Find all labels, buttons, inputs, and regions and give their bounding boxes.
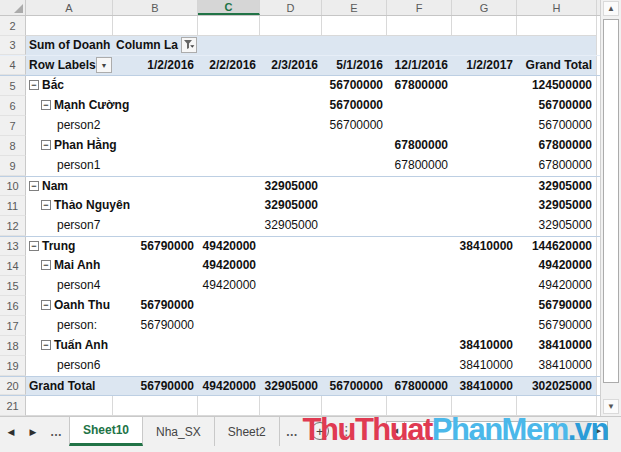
pivot-value-cell[interactable]: 67800000 [517, 136, 597, 156]
pivot-value-cell[interactable] [113, 76, 198, 96]
horizontal-scrollbar-thumb[interactable] [404, 422, 557, 439]
row-header-20[interactable]: 20 [0, 377, 26, 395]
column-header-g[interactable]: G [452, 0, 517, 15]
pivot-value-cell[interactable]: 49420000 [198, 237, 260, 256]
pivot-row-label[interactable]: −Nam [26, 177, 113, 196]
row-header-13[interactable]: 13 [0, 237, 26, 256]
pivot-value-cell[interactable] [260, 316, 322, 336]
row-header-17[interactable]: 17 [0, 316, 26, 336]
pivot-value-cell[interactable]: 56790000 [113, 296, 198, 316]
pivot-value-cell[interactable]: 56700000 [322, 96, 387, 116]
pivot-value-cell[interactable] [322, 216, 387, 236]
cell[interactable] [260, 396, 322, 416]
pivot-column-header[interactable]: 2/2/2016 [198, 56, 260, 75]
pivot-value-cell[interactable]: 32905000 [260, 196, 322, 216]
vertical-scrollbar-thumb[interactable] [603, 19, 619, 383]
row-labels-filter-button[interactable]: ▼ [96, 57, 112, 73]
pivot-value-cell[interactable]: 302025000 [517, 377, 597, 395]
pivot-value-cell[interactable]: 49420000 [517, 256, 597, 276]
pivot-value-cell[interactable]: 56700000 [517, 96, 597, 116]
pivot-row-label[interactable]: person7 [26, 216, 113, 236]
pivot-row-label[interactable]: person1 [26, 156, 113, 176]
column-header-c[interactable]: C [198, 0, 260, 15]
collapse-icon[interactable]: − [41, 300, 51, 310]
horizontal-scrollbar-track[interactable] [557, 422, 590, 439]
cell[interactable] [26, 16, 113, 36]
row-header-7[interactable]: 7 [0, 116, 26, 136]
cell[interactable] [452, 16, 517, 36]
row-header-6[interactable]: 6 [0, 96, 26, 116]
row-header-4[interactable]: 4 [0, 56, 26, 75]
pivot-column-header[interactable]: Grand Total [517, 56, 597, 75]
tab-nav-left-button[interactable]: ◀ [0, 417, 22, 446]
tab-nav-right-button[interactable]: ▶ [22, 417, 44, 446]
pivot-row-label[interactable]: Grand Total [26, 377, 113, 395]
pivot-value-cell[interactable]: 67800000 [387, 76, 452, 96]
cell[interactable] [322, 16, 387, 36]
tab-sheet2[interactable]: Sheet2 [215, 417, 280, 446]
pivot-value-cell[interactable] [260, 256, 322, 276]
pivot-value-cell[interactable] [387, 237, 452, 256]
pivot-value-cell[interactable] [198, 336, 260, 356]
pivot-value-cell[interactable]: 56700000 [517, 116, 597, 136]
pivot-value-cell[interactable] [260, 237, 322, 256]
pivot-value-cell[interactable] [113, 256, 198, 276]
pivot-value-cell[interactable] [198, 356, 260, 376]
row-header-18[interactable]: 18 [0, 336, 26, 356]
pivot-value-cell[interactable] [113, 156, 198, 176]
pivot-value-cell[interactable]: 56790000 [113, 377, 198, 395]
column-header-h[interactable]: H [517, 0, 597, 15]
collapse-icon[interactable]: − [41, 260, 51, 270]
pivot-value-cell[interactable] [387, 116, 452, 136]
pivot-value-cell[interactable] [387, 296, 452, 316]
pivot-value-cell[interactable] [322, 196, 387, 216]
column-header-f[interactable]: F [387, 0, 452, 15]
pivot-value-cell[interactable]: 56790000 [517, 296, 597, 316]
row-header-12[interactable]: 12 [0, 216, 26, 236]
pivot-value-cell[interactable]: 56700000 [322, 116, 387, 136]
pivot-value-cell[interactable] [260, 116, 322, 136]
collapse-icon[interactable]: − [41, 100, 51, 110]
pivot-value-cell[interactable]: 67800000 [387, 136, 452, 156]
pivot-row-label[interactable]: −Thảo Nguyên [26, 196, 113, 216]
pivot-column-header[interactable]: 2/3/2016 [260, 56, 322, 75]
pivot-value-cell[interactable]: 38410000 [452, 377, 517, 395]
pivot-row-label[interactable]: −Trung [26, 237, 113, 256]
pivot-row-label[interactable]: −Mai Anh [26, 256, 113, 276]
pivot-value-cell[interactable] [452, 156, 517, 176]
pivot-value-cell[interactable] [113, 216, 198, 236]
pivot-value-cell[interactable] [452, 177, 517, 196]
pivot-value-cell[interactable]: 49420000 [198, 256, 260, 276]
row-header-19[interactable]: 19 [0, 356, 26, 376]
pivot-value-cell[interactable]: 144620000 [517, 237, 597, 256]
pivot-value-cell[interactable] [387, 276, 452, 296]
pivot-value-cell[interactable] [198, 76, 260, 96]
pivot-value-cell[interactable] [322, 136, 387, 156]
scroll-right-button[interactable]: ▶ [590, 422, 607, 439]
cell[interactable] [452, 396, 517, 416]
pivot-column-header[interactable]: 12/1/2016 [387, 56, 452, 75]
pivot-value-cell[interactable] [322, 177, 387, 196]
pivot-value-cell[interactable] [113, 276, 198, 296]
pivot-value-cell[interactable] [452, 316, 517, 336]
cell[interactable] [517, 16, 597, 36]
tab-overflow-left[interactable]: … [44, 417, 69, 446]
add-sheet-button[interactable]: + [311, 422, 329, 440]
row-header-3[interactable]: 3 [0, 36, 26, 55]
pivot-value-cell[interactable] [260, 76, 322, 96]
pivot-value-cell[interactable]: 56700000 [322, 76, 387, 96]
vertical-scrollbar[interactable]: ▲ ▼ [600, 0, 621, 416]
pivot-value-cell[interactable]: 32905000 [517, 196, 597, 216]
collapse-icon[interactable]: − [29, 181, 39, 191]
pivot-value-cell[interactable] [322, 316, 387, 336]
pivot-value-cell[interactable] [260, 156, 322, 176]
pivot-value-cell[interactable] [198, 156, 260, 176]
pivot-value-cell[interactable]: 49420000 [517, 276, 597, 296]
row-header-2[interactable]: 2 [0, 16, 26, 36]
column-header-d[interactable]: D [260, 0, 322, 15]
select-all-button[interactable] [0, 0, 26, 15]
pivot-value-cell[interactable]: 49420000 [198, 276, 260, 296]
pivot-value-cell[interactable]: 67800000 [387, 156, 452, 176]
pivot-value-cell[interactable] [198, 177, 260, 196]
tab-overflow-right[interactable]: … [280, 417, 305, 446]
